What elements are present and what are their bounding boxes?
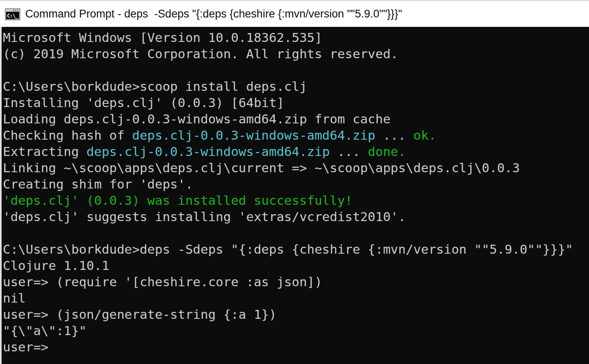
terminal-line: Creating shim for 'deps'. <box>3 176 589 192</box>
terminal-text-segment: C:\Users\borkdude>deps -Sdeps "{:deps {c… <box>3 242 573 257</box>
terminal-text-segment: (c) 2019 Microsoft Corporation. All righ… <box>3 46 398 61</box>
terminal-text-segment: 'deps.clj' suggests installing 'extras/v… <box>3 209 406 224</box>
cmd-icon-screen: C:\_ <box>6 12 19 19</box>
terminal-line: user=> <box>3 339 589 355</box>
terminal-line: Installing 'deps.clj' (0.0.3) [64bit] <box>3 94 589 111</box>
terminal-text-segment: Linking ~\scoop\apps\deps.clj\current =>… <box>3 160 520 175</box>
terminal[interactable]: Microsoft Windows [Version 10.0.18362.53… <box>0 27 589 364</box>
terminal-line: C:\Users\borkdude>scoop install deps.clj <box>3 78 589 94</box>
terminal-line: Clojure 1.10.1 <box>3 257 589 274</box>
title-bar[interactable]: C:\_ Command Prompt - deps -Sdeps "{:dep… <box>0 0 589 27</box>
window-title: Command Prompt - deps -Sdeps "{:deps {ch… <box>25 8 402 20</box>
command-prompt-window: C:\_ Command Prompt - deps -Sdeps "{:dep… <box>0 0 589 364</box>
terminal-text-segment: ... <box>330 144 368 159</box>
terminal-text-segment: deps.clj-0.0.3-windows-amd64.zip <box>86 144 330 159</box>
terminal-text-segment: user=> (json/generate-string {:a 1}) <box>3 307 277 322</box>
terminal-text-segment: user=> (require '[cheshire.core :as json… <box>3 274 322 289</box>
terminal-line: Linking ~\scoop\apps\deps.clj\current =>… <box>3 160 589 176</box>
terminal-text-segment: deps.clj-0.0.3-windows-amd64.zip <box>132 128 375 143</box>
terminal-text-segment: Microsoft Windows [Version 10.0.18362.53… <box>3 30 322 45</box>
terminal-line: Microsoft Windows [Version 10.0.18362.53… <box>3 29 589 46</box>
terminal-line: 'deps.clj' (0.0.3) was installed success… <box>3 192 589 208</box>
terminal-text-segment: "{\"a\":1}" <box>3 323 86 338</box>
terminal-line: 'deps.clj' suggests installing 'extras/v… <box>3 208 589 225</box>
terminal-text-segment: C:\Users\borkdude>scoop install deps.clj <box>3 79 307 94</box>
terminal-line: C:\Users\borkdude>deps -Sdeps "{:deps {c… <box>3 241 589 257</box>
terminal-text-segment: Creating shim for 'deps'. <box>3 177 193 191</box>
cmd-icon[interactable]: C:\_ <box>5 8 20 20</box>
terminal-text-segment: Extracting <box>3 144 86 159</box>
terminal-text-segment: Checking hash of <box>3 128 132 143</box>
terminal-line: Loading deps.clj-0.0.3-windows-amd64.zip… <box>3 111 589 127</box>
terminal-line: Checking hash of deps.clj-0.0.3-windows-… <box>3 127 589 143</box>
terminal-text-segment: nil <box>3 291 26 305</box>
cmd-icon-titlestrip <box>6 9 19 11</box>
terminal-line: user=> (require '[cheshire.core :as json… <box>3 274 589 290</box>
terminal-text-segment: done. <box>368 144 406 159</box>
terminal-text-segment: 'deps.clj' (0.0.3) was installed success… <box>3 193 353 208</box>
terminal-line: "{\"a\":1}" <box>3 322 589 339</box>
terminal-line: nil <box>3 290 589 306</box>
terminal-text-segment: Installing 'deps.clj' (0.0.3) [64bit] <box>3 95 284 110</box>
terminal-text-segment: ok. <box>413 128 436 143</box>
terminal-text-segment: Clojure 1.10.1 <box>3 258 109 273</box>
terminal-text-segment: user=> <box>3 340 48 354</box>
terminal-text-segment: ... <box>376 128 413 143</box>
terminal-line: (c) 2019 Microsoft Corporation. All righ… <box>3 46 589 62</box>
terminal-line: user=> (json/generate-string {:a 1}) <box>3 306 589 322</box>
terminal-line <box>3 62 589 78</box>
terminal-line <box>3 225 589 241</box>
terminal-text-segment: Loading deps.clj-0.0.3-windows-amd64.zip… <box>3 112 391 126</box>
terminal-line: Extracting deps.clj-0.0.3-windows-amd64.… <box>3 143 589 160</box>
